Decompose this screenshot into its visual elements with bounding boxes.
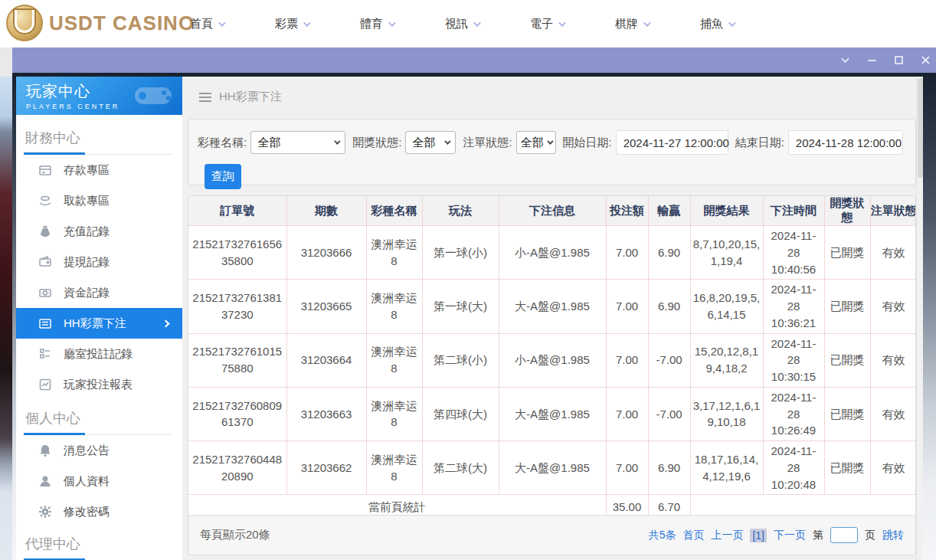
total-count: 共5条 [649,529,676,542]
bets-table-panel: 訂單號期數 彩種名稱玩法 下注信息投注額 輸贏開獎結果 下注時間開獎狀態 注單狀… [188,195,916,546]
hamburger-icon[interactable] [199,93,211,102]
page-title: HH彩票下注 [219,90,282,104]
sidebar-item-hh-lottery-bets[interactable]: HH彩票下注 [16,308,182,339]
chevron-down-icon [218,19,226,27]
main-content: HH彩票下注 彩種名稱: 全部 開獎狀態: 全部 注單狀態: 全部 開始日期: … [182,77,916,560]
table-row: 215217327610157588031203664 澳洲幸运8第二球(小) … [188,333,916,387]
filter-panel: 彩種名稱: 全部 開獎狀態: 全部 注單狀態: 全部 開始日期: 2024-11… [188,119,916,185]
window-titlebar [12,47,936,73]
brand-name: USDT CASINO [49,11,195,35]
sidebar-item-change-password[interactable]: 修改密碼 [16,496,182,527]
end-date-label: 結束日期: [735,136,784,150]
chevron-down-icon [643,19,651,27]
chevron-right-icon [162,319,170,327]
chevron-down-icon [728,19,736,27]
table-row: 215217327608096137031203663 澳洲幸运8第四球(大) … [188,387,916,440]
chevron-down-icon [388,19,396,27]
jump-suffix: 页 [865,529,875,542]
section-agent-center: 代理中心 [16,527,182,560]
money-bag-icon [38,224,52,238]
order-status-select[interactable]: 全部 [516,131,556,154]
gear-icon [38,505,52,519]
order-status-label: 注單狀態: [463,136,512,150]
banknote-icon [38,286,52,300]
draw-status-label: 開獎狀態: [352,136,401,150]
draw-status-select[interactable]: 全部 [405,131,456,154]
brand-logo[interactable]: USDT CASINO [6,5,195,41]
hand-money-icon [38,194,52,208]
nav-item-sports[interactable]: 體育 [360,17,394,31]
page-background-photo [0,47,12,560]
chevron-down-icon [473,19,481,27]
nav-item-home[interactable]: 首頁 [190,17,224,31]
sidebar-header: 玩家中心 PLAYERS CENTER [16,77,182,115]
table-row: 215217327613813723031203665 澳洲幸运8第一球(大) … [188,280,916,333]
scrollbar-thumb[interactable] [918,78,923,178]
wallet-icon [38,255,52,269]
gamepad-icon [129,81,178,110]
sidebar-item-player-bet-report[interactable]: 玩家投注報表 [16,369,182,400]
top-navbar: USDT CASINO 首頁 彩票 體育 視訊 電子 棋牌 捕魚 [0,0,936,47]
sidebar-item-recharge-record[interactable]: 充值記錄 [16,216,182,247]
jump-button[interactable]: 跳转 [882,529,904,542]
bet-list-icon [38,316,52,330]
nav-item-slots[interactable]: 電子 [530,17,564,31]
clipboard-list-icon [38,347,52,361]
chevron-down-icon [445,138,451,144]
window-close-icon[interactable] [920,54,931,66]
table-header-row: 訂單號期數 彩種名稱玩法 下注信息投注額 輸贏開獎結果 下注時間開獎狀態 注單狀… [188,196,916,226]
page-size-label: 每頁顯示20條 [200,528,270,542]
main-scrollbar[interactable] [916,77,923,560]
bell-icon [38,444,52,457]
window-minimize-icon[interactable] [866,54,878,66]
nav-item-cards[interactable]: 棋牌 [615,17,649,31]
chevron-down-icon [558,19,566,27]
modal-backdrop: 玩家中心 PLAYERS CENTER 財務中心 存款專區 取款專區 充值記錄 [12,73,936,560]
nav-item-video[interactable]: 視訊 [445,17,479,31]
nav-item-fishing[interactable]: 捕魚 [700,17,734,31]
report-chart-icon [38,378,52,391]
breadcrumb: HH彩票下注 [199,90,282,104]
start-date-input[interactable]: 2024-11-27 12:00:00 [616,130,728,155]
end-date-input[interactable]: 2024-11-28 12:00:00 [788,130,903,155]
main-menu: 首頁 彩票 體育 視訊 電子 棋牌 捕魚 [190,0,734,47]
sidebar-item-withdraw[interactable]: 取款專區 [16,185,182,216]
first-page-link[interactable]: 首页 [682,529,704,542]
deposit-card-icon [38,163,52,177]
lottery-name-select[interactable]: 全部 [250,131,345,154]
usdt-coin-icon [6,5,43,41]
current-page-badge: [1] [750,529,767,542]
table-row: 215217327604482089031203662 澳洲幸运8第二球(大) … [188,441,916,495]
sidebar-item-funds-record[interactable]: 資金記錄 [16,277,182,308]
prev-page-link[interactable]: 上一页 [711,529,743,542]
sidebar-item-announcements[interactable]: 消息公告 [16,435,182,466]
sidebar: 玩家中心 PLAYERS CENTER 財務中心 存款專區 取款專區 充值記錄 [16,77,182,560]
page-number-input[interactable] [830,527,858,543]
sidebar-item-deposit[interactable]: 存款專區 [16,155,182,185]
lottery-name-label: 彩種名稱: [198,136,247,150]
table-row: 215217327616563580031203666 澳洲幸运8第一球(小) … [188,226,916,280]
person-icon [38,474,52,488]
pager: 共5条 首页 上一页 [1] 下一页 第 页 跳转 [649,527,904,543]
query-button[interactable]: 查詢 [205,164,241,189]
chevron-down-icon [547,138,553,144]
section-finance-center: 財務中心 [16,115,182,155]
start-date-label: 開始日期: [563,136,612,150]
sidebar-item-profile[interactable]: 個人資料 [16,466,182,496]
section-personal-center: 個人中心 [16,400,182,435]
pagination-bar: 每頁顯示20條 共5条 首页 上一页 [1] 下一页 第 页 跳转 [188,515,916,555]
sidebar-item-hall-bet-record[interactable]: 廳室投註記錄 [16,339,182,369]
chevron-down-icon [334,138,340,144]
chevron-down-icon [303,19,311,27]
next-page-link[interactable]: 下一页 [774,529,806,542]
sidebar-item-withdrawal-record[interactable]: 提現記錄 [16,247,182,277]
nav-item-lottery[interactable]: 彩票 [275,17,309,31]
jump-prefix: 第 [813,529,823,542]
window-collapse-icon[interactable] [839,54,851,66]
bets-table: 訂單號期數 彩種名稱玩法 下注信息投注額 輸贏開獎結果 下注時間開獎狀態 注單狀… [188,196,916,545]
window-maximize-icon[interactable] [893,54,905,66]
